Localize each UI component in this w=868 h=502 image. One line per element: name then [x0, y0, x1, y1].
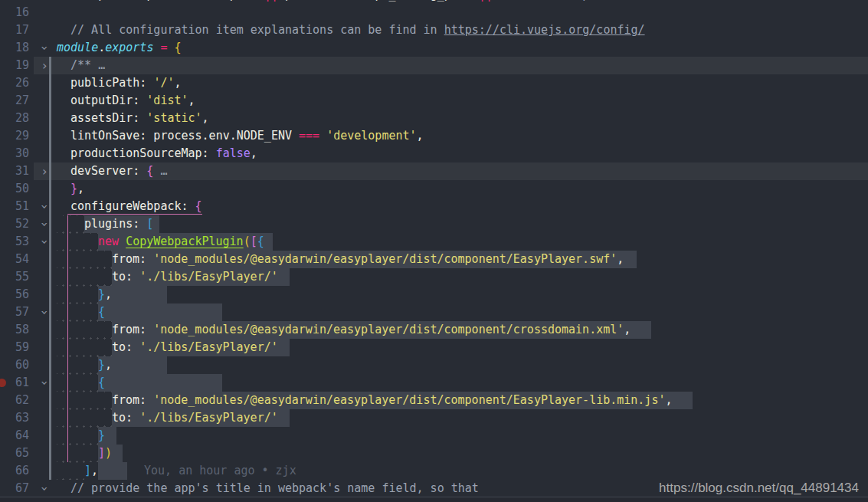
code-line-26[interactable]: 26publicPath: '/', — [0, 74, 868, 92]
line-number[interactable]: 58 — [0, 321, 29, 339]
line-number[interactable]: 66 — [0, 462, 29, 480]
code-line-59[interactable]: 59to: './libs/EasyPlayer/' — [0, 339, 868, 356]
code-line-51[interactable]: 51›configureWebpack: { — [0, 198, 868, 215]
line-number[interactable]: 31 — [0, 162, 29, 180]
code-line-54[interactable]: 54from: 'node_modules/@easydarwin/easypl… — [0, 251, 868, 268]
token-fg: from: — [112, 323, 153, 336]
code-text: { — [98, 374, 105, 392]
line-number[interactable]: 26 — [0, 74, 29, 92]
code-text: }, — [98, 356, 112, 374]
token-fg: plugins: — [84, 217, 146, 231]
token-fg: process.env.npm_config_port — [278, 0, 479, 2]
token-fg: to: — [112, 411, 139, 425]
line-number[interactable]: 53 — [0, 233, 29, 251]
code-line-27[interactable]: 27outputDir: 'dist', — [0, 92, 868, 110]
code-line-52[interactable]: 52›plugins: [ — [0, 215, 868, 233]
code-line-64[interactable]: 64} — [0, 427, 868, 445]
token-str: './libs/EasyPlayer/' — [139, 411, 278, 425]
token-cyn: module — [57, 41, 98, 54]
line-number[interactable]: 60 — [0, 356, 29, 374]
line-number[interactable]: 55 — [0, 268, 29, 286]
code-text: from: 'node_modules/@easydarwin/easyplay… — [112, 251, 624, 268]
token-b3: ] — [84, 464, 91, 477]
code-line-19[interactable]: 19›/** … — [0, 57, 868, 74]
line-number[interactable]: 30 — [0, 145, 29, 162]
code-text: }, — [98, 286, 112, 303]
line-number[interactable]: 28 — [0, 110, 29, 127]
code-line-56[interactable]: 56}, — [0, 286, 868, 303]
token-fg: , — [665, 393, 672, 407]
code-text: to: './libs/EasyPlayer/' — [112, 339, 278, 356]
code-text: devServer: { … — [70, 162, 167, 180]
token-fg: process.env.port — [139, 0, 264, 2]
line-number[interactable]: 52 — [0, 215, 29, 233]
token-str: './libs/EasyPlayer/' — [139, 270, 278, 284]
line-number[interactable]: 27 — [0, 92, 29, 110]
token-b1: { — [175, 41, 182, 54]
line-number[interactable]: 61 — [0, 374, 29, 392]
code-line-65[interactable]: 65]) — [0, 445, 868, 462]
token-com: // All configuration item explanations c… — [70, 23, 444, 37]
token-b3: [ — [146, 217, 153, 231]
whitespace-dots — [57, 286, 98, 303]
token-fg: , — [617, 252, 624, 266]
line-number[interactable]: 64 — [0, 427, 29, 445]
line-number[interactable]: 63 — [0, 409, 29, 427]
code-line-29[interactable]: 29lintOnSave: process.env.NODE_ENV === '… — [0, 127, 868, 145]
line-number[interactable]: 50 — [0, 180, 29, 198]
token-fg: , — [251, 146, 257, 160]
line-number[interactable]: 57 — [0, 303, 29, 321]
token-str: 'node_modules/@easydarwin/easyplayer/dis… — [153, 323, 624, 336]
line-number[interactable]: 18 — [0, 39, 29, 57]
code-line-58[interactable]: 58from: 'node_modules/@easydarwin/easypl… — [0, 321, 868, 339]
line-number[interactable]: 19 — [0, 57, 29, 74]
line-number[interactable]: 67 — [0, 480, 29, 497]
line-number[interactable]: 51 — [0, 198, 29, 215]
code-line-30[interactable]: 30productionSourceMap: false, — [0, 145, 868, 162]
token-fg — [91, 58, 98, 72]
code-text: from: 'node_modules/@easydarwin/easyplay… — [112, 321, 631, 339]
token-b3: { — [98, 376, 105, 389]
code-line-57[interactable]: 57›{ — [0, 303, 868, 321]
line-number[interactable]: 16 — [0, 4, 29, 21]
code-line-31[interactable]: 31›devServer: { … — [0, 162, 868, 180]
token-fg: devServer: — [70, 164, 146, 178]
line-number[interactable]: 17 — [0, 21, 29, 39]
line-number[interactable]: 54 — [0, 251, 29, 268]
token-str: 'dist' — [146, 94, 188, 107]
code-line-50[interactable]: 50}, — [0, 180, 868, 198]
code-line-16[interactable]: 16 — [0, 4, 868, 21]
code-line-62[interactable]: 62from: 'node_modules/@easydarwin/easypl… — [0, 392, 868, 409]
token-cyn: const — [57, 0, 91, 2]
code-line-61[interactable]: 61›{ — [0, 374, 868, 392]
token-pur: false — [216, 146, 251, 160]
line-number[interactable]: 59 — [0, 339, 29, 356]
line-number[interactable]: 29 — [0, 127, 29, 145]
whitespace-dots — [57, 339, 112, 356]
code-text: from: 'node_modules/@easydarwin/easyplay… — [112, 392, 673, 409]
editor-bottom-divider — [0, 497, 868, 502]
token-fg: to: — [112, 340, 139, 354]
code-line-53[interactable]: 53›new CopyWebpackPlugin([{ — [0, 233, 868, 251]
token-b3: } — [98, 358, 105, 372]
code-line-18[interactable]: 18›module.exports = { — [0, 39, 868, 57]
line-number[interactable]: 62 — [0, 392, 29, 409]
fold-chevron-down-icon[interactable]: › — [36, 42, 54, 54]
code-line-55[interactable]: 55to: './libs/EasyPlayer/' — [0, 268, 868, 286]
line-number[interactable]: 65 — [0, 445, 29, 462]
code-line-63[interactable]: 63to: './libs/EasyPlayer/' — [0, 409, 868, 427]
whitespace-dots — [57, 215, 84, 233]
line-number[interactable]: 56 — [0, 286, 29, 303]
token-b2: ] — [98, 446, 105, 460]
fold-chevron-down-icon[interactable]: › — [36, 483, 54, 495]
code-text: ], — [84, 462, 98, 480]
code-line-66[interactable]: 66],You, an hour ago • zjx — [0, 462, 868, 480]
whitespace-dots — [57, 392, 112, 409]
code-line-17[interactable]: 17// All configuration item explanations… — [0, 21, 868, 39]
token-str: '/' — [153, 76, 174, 90]
token-fg: outputDir: — [70, 94, 146, 107]
code-line-28[interactable]: 28assetsDir: 'static', — [0, 110, 868, 127]
code-line-60[interactable]: 60}, — [0, 356, 868, 374]
selection-highlight — [98, 303, 222, 321]
token-b3: { — [98, 305, 105, 319]
